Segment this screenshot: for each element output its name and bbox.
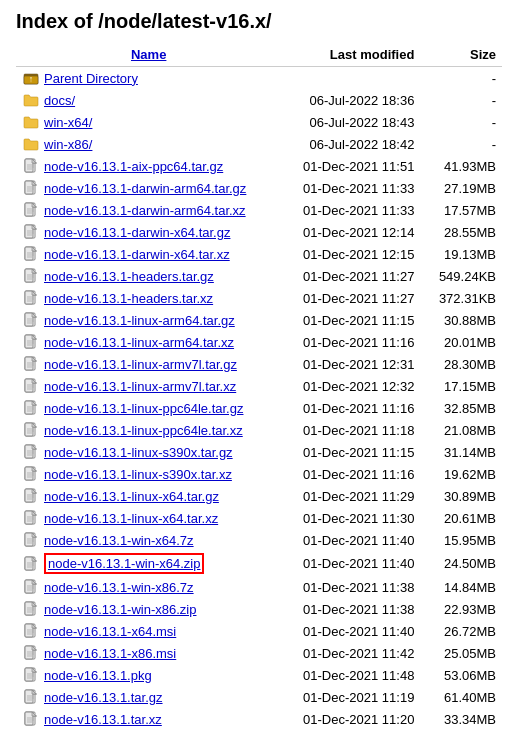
file-link[interactable]: node-v16.13.1-linux-ppc64le.tar.xz xyxy=(44,423,243,438)
last-modified-cell: 06-Jul-2022 18:36 xyxy=(281,89,424,111)
size-cell: - xyxy=(424,133,502,155)
table-row: node-v16.13.1-win-x64.zip01-Dec-2021 11:… xyxy=(16,551,502,576)
size-cell: 549.24KB xyxy=(424,265,502,287)
file-link[interactable]: node-v16.13.1-linux-s390x.tar.gz xyxy=(44,445,233,460)
col-size: Size xyxy=(424,43,502,67)
size-cell: 17.57MB xyxy=(424,199,502,221)
size-cell: 19.13MB xyxy=(424,243,502,265)
name-cell: node-v16.13.1-linux-ppc64le.tar.gz xyxy=(16,397,281,419)
file-icon xyxy=(22,289,40,307)
table-row: node-v16.13.1-darwin-x64.tar.xz01-Dec-20… xyxy=(16,243,502,265)
table-row: node-v16.13.1-linux-s390x.tar.gz01-Dec-2… xyxy=(16,441,502,463)
file-link[interactable]: node-v16.13.1.pkg xyxy=(44,668,152,683)
last-modified-cell: 01-Dec-2021 11:19 xyxy=(281,686,424,708)
name-cell: node-v16.13.1.pkg xyxy=(16,664,281,686)
file-link[interactable]: win-x86/ xyxy=(44,137,92,152)
file-link[interactable]: node-v16.13.1-linux-x64.tar.gz xyxy=(44,489,219,504)
size-cell: 24.50MB xyxy=(424,551,502,576)
file-icon xyxy=(22,223,40,241)
size-cell: 17.15MB xyxy=(424,375,502,397)
file-icon xyxy=(22,179,40,197)
file-icon xyxy=(22,509,40,527)
file-icon xyxy=(22,201,40,219)
file-link[interactable]: node-v16.13.1-headers.tar.xz xyxy=(44,291,213,306)
name-cell: node-v16.13.1-headers.tar.xz xyxy=(16,287,281,309)
file-icon xyxy=(22,710,40,728)
size-cell: 26.72MB xyxy=(424,620,502,642)
name-cell: node-v16.13.1.tar.xz xyxy=(16,708,281,730)
size-cell: 21.08MB xyxy=(424,419,502,441)
name-cell: node-v16.13.1-headers.tar.gz xyxy=(16,265,281,287)
table-row: win-x86/06-Jul-2022 18:42- xyxy=(16,133,502,155)
last-modified-cell: 01-Dec-2021 11:33 xyxy=(281,199,424,221)
file-link[interactable]: docs/ xyxy=(44,93,75,108)
file-link[interactable]: node-v16.13.1-headers.tar.gz xyxy=(44,269,214,284)
file-link[interactable]: node-v16.13.1-win-x64.7z xyxy=(44,533,194,548)
file-link[interactable]: node-v16.13.1-linux-armv7l.tar.gz xyxy=(44,357,237,372)
file-link[interactable]: node-v16.13.1-linux-ppc64le.tar.gz xyxy=(44,401,243,416)
file-link[interactable]: node-v16.13.1-x86.msi xyxy=(44,646,176,661)
size-cell: 20.01MB xyxy=(424,331,502,353)
file-icon xyxy=(22,531,40,549)
file-link[interactable]: node-v16.13.1-linux-s390x.tar.xz xyxy=(44,467,232,482)
name-cell: node-v16.13.1-linux-arm64.tar.gz xyxy=(16,309,281,331)
name-cell: node-v16.13.1-linux-s390x.tar.gz xyxy=(16,441,281,463)
file-icon xyxy=(22,666,40,684)
file-icon xyxy=(22,644,40,662)
file-link[interactable]: node-v16.13.1-linux-x64.tar.xz xyxy=(44,511,218,526)
file-link[interactable]: node-v16.13.1-win-x64.zip xyxy=(44,553,204,574)
table-row: node-v16.13.1-win-x64.7z01-Dec-2021 11:4… xyxy=(16,529,502,551)
last-modified-cell: 06-Jul-2022 18:42 xyxy=(281,133,424,155)
last-modified-cell: 01-Dec-2021 11:51 xyxy=(281,155,424,177)
file-link[interactable]: node-v16.13.1-darwin-x64.tar.xz xyxy=(44,247,230,262)
last-modified-cell: 01-Dec-2021 11:27 xyxy=(281,265,424,287)
file-icon xyxy=(22,421,40,439)
file-link[interactable]: node-v16.13.1-x64.msi xyxy=(44,624,176,639)
file-icon xyxy=(22,399,40,417)
last-modified-cell xyxy=(281,67,424,90)
last-modified-cell: 01-Dec-2021 11:16 xyxy=(281,331,424,353)
table-row: node-v16.13.1-linux-ppc64le.tar.xz01-Dec… xyxy=(16,419,502,441)
file-icon xyxy=(22,465,40,483)
name-cell: node-v16.13.1-x64.msi xyxy=(16,620,281,642)
file-link[interactable]: node-v16.13.1-aix-ppc64.tar.gz xyxy=(44,159,223,174)
last-modified-cell: 01-Dec-2021 11:38 xyxy=(281,598,424,620)
file-icon xyxy=(22,578,40,596)
file-link[interactable]: node-v16.13.1-darwin-x64.tar.gz xyxy=(44,225,230,240)
size-cell: 28.30MB xyxy=(424,353,502,375)
last-modified-cell: 01-Dec-2021 12:32 xyxy=(281,375,424,397)
size-cell: 25.05MB xyxy=(424,642,502,664)
size-cell: - xyxy=(424,111,502,133)
size-cell: 28.55MB xyxy=(424,221,502,243)
file-link[interactable]: node-v16.13.1-darwin-arm64.tar.gz xyxy=(44,181,246,196)
table-row: node-v16.13.1-win-x86.zip01-Dec-2021 11:… xyxy=(16,598,502,620)
table-row: node-v16.13.1-darwin-arm64.tar.xz01-Dec-… xyxy=(16,199,502,221)
col-name-link[interactable]: Name xyxy=(131,47,166,62)
size-cell: 19.62MB xyxy=(424,463,502,485)
parent-icon: ↑ xyxy=(22,69,40,87)
table-row: node-v16.13.1-linux-x64.tar.gz01-Dec-202… xyxy=(16,485,502,507)
last-modified-cell: 01-Dec-2021 11:18 xyxy=(281,419,424,441)
file-link[interactable]: node-v16.13.1-linux-armv7l.tar.xz xyxy=(44,379,236,394)
file-icon xyxy=(22,355,40,373)
name-cell: node-v16.13.1-linux-arm64.tar.xz xyxy=(16,331,281,353)
file-link[interactable]: node-v16.13.1-darwin-arm64.tar.xz xyxy=(44,203,246,218)
file-link[interactable]: node-v16.13.1.tar.xz xyxy=(44,712,162,727)
file-icon xyxy=(22,555,40,573)
file-link[interactable]: node-v16.13.1-linux-arm64.tar.xz xyxy=(44,335,234,350)
size-cell: 32.85MB xyxy=(424,397,502,419)
file-link[interactable]: win-x64/ xyxy=(44,115,92,130)
name-cell: node-v16.13.1-win-x64.7z xyxy=(16,529,281,551)
file-link[interactable]: Parent Directory xyxy=(44,71,138,86)
table-header-row: Name Last modified Size xyxy=(16,43,502,67)
file-table: Name Last modified Size ↑ Parent Directo… xyxy=(16,43,502,730)
last-modified-cell: 01-Dec-2021 11:29 xyxy=(281,485,424,507)
file-link[interactable]: node-v16.13.1.tar.gz xyxy=(44,690,163,705)
file-link[interactable]: node-v16.13.1-win-x86.zip xyxy=(44,602,196,617)
file-link[interactable]: node-v16.13.1-linux-arm64.tar.gz xyxy=(44,313,235,328)
file-link[interactable]: node-v16.13.1-win-x86.7z xyxy=(44,580,194,595)
last-modified-cell: 01-Dec-2021 11:15 xyxy=(281,309,424,331)
name-cell: node-v16.13.1-linux-x64.tar.xz xyxy=(16,507,281,529)
file-icon xyxy=(22,600,40,618)
table-row: node-v16.13.1-headers.tar.xz01-Dec-2021 … xyxy=(16,287,502,309)
